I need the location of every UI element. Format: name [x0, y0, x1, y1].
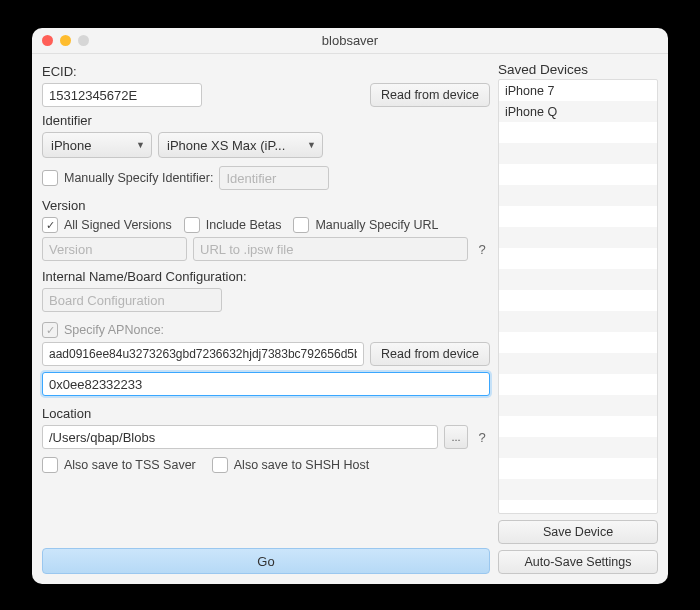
list-item[interactable]: [499, 227, 657, 248]
generator-input[interactable]: [42, 372, 490, 396]
tss-saver-label: Also save to TSS Saver: [64, 458, 196, 472]
chevron-down-icon: ▼: [307, 140, 316, 150]
close-icon[interactable]: [42, 35, 53, 46]
list-item[interactable]: [499, 437, 657, 458]
list-item[interactable]: [499, 164, 657, 185]
help-icon[interactable]: ?: [474, 430, 490, 445]
list-item[interactable]: [499, 248, 657, 269]
apnonce-checkbox: ✓: [42, 322, 58, 338]
version-label: Version: [42, 198, 490, 213]
version-input: [42, 237, 187, 261]
zoom-icon[interactable]: [78, 35, 89, 46]
ipsw-url-input: [193, 237, 468, 261]
list-item[interactable]: iPhone Q: [499, 101, 657, 122]
auto-save-settings-button[interactable]: Auto-Save Settings: [498, 550, 658, 574]
include-betas-label: Include Betas: [206, 218, 282, 232]
manual-identifier-checkbox[interactable]: [42, 170, 58, 186]
saved-devices-title: Saved Devices: [498, 62, 658, 77]
all-signed-label: All Signed Versions: [64, 218, 172, 232]
list-item[interactable]: [499, 206, 657, 227]
list-item[interactable]: [499, 458, 657, 479]
chevron-down-icon: ▼: [136, 140, 145, 150]
shsh-host-checkbox[interactable]: [212, 457, 228, 473]
shsh-host-label: Also save to SHSH Host: [234, 458, 369, 472]
list-item[interactable]: [499, 479, 657, 500]
list-item[interactable]: [499, 122, 657, 143]
list-item[interactable]: [499, 416, 657, 437]
ecid-input[interactable]: [42, 83, 202, 107]
list-item[interactable]: [499, 332, 657, 353]
device-model-value: iPhone XS Max (iP...: [167, 138, 285, 153]
window-title: blobsaver: [322, 33, 378, 48]
device-type-value: iPhone: [51, 138, 91, 153]
saved-devices-list: iPhone 7 iPhone Q: [498, 79, 658, 514]
list-item[interactable]: [499, 374, 657, 395]
board-label: Internal Name/Board Configuration:: [42, 269, 490, 284]
main-panel: ECID: Read from device Identifier iPhone…: [42, 62, 490, 574]
traffic-lights: [42, 35, 89, 46]
apnonce-input[interactable]: [42, 342, 364, 366]
help-icon[interactable]: ?: [474, 242, 490, 257]
include-betas-checkbox[interactable]: [184, 217, 200, 233]
board-input: [42, 288, 222, 312]
list-item[interactable]: [499, 395, 657, 416]
identifier-label: Identifier: [42, 113, 490, 128]
manual-url-checkbox[interactable]: [293, 217, 309, 233]
tss-saver-checkbox[interactable]: [42, 457, 58, 473]
list-item[interactable]: [499, 290, 657, 311]
list-item[interactable]: iPhone 7: [499, 80, 657, 101]
list-item[interactable]: [499, 353, 657, 374]
location-picker-button[interactable]: ...: [444, 425, 468, 449]
list-item[interactable]: [499, 143, 657, 164]
device-model-select[interactable]: iPhone XS Max (iP... ▼: [158, 132, 323, 158]
manual-url-label: Manually Specify URL: [315, 218, 438, 232]
list-item[interactable]: [499, 185, 657, 206]
minimize-icon[interactable]: [60, 35, 71, 46]
list-item[interactable]: [499, 269, 657, 290]
apnonce-read-button[interactable]: Read from device: [370, 342, 490, 366]
side-panel: Saved Devices iPhone 7 iPhone Q: [498, 62, 658, 574]
ecid-label: ECID:: [42, 64, 490, 79]
go-button[interactable]: Go: [42, 548, 490, 574]
all-signed-checkbox[interactable]: ✓: [42, 217, 58, 233]
app-window: blobsaver ECID: Read from device Identif…: [32, 28, 668, 584]
location-label: Location: [42, 406, 490, 421]
location-input[interactable]: [42, 425, 438, 449]
titlebar: blobsaver: [32, 28, 668, 54]
device-type-select[interactable]: iPhone ▼: [42, 132, 152, 158]
manual-identifier-label: Manually Specify Identifier:: [64, 171, 213, 185]
apnonce-check-label: Specify APNonce:: [64, 323, 164, 337]
ecid-read-button[interactable]: Read from device: [370, 83, 490, 107]
manual-identifier-input: [219, 166, 329, 190]
list-item[interactable]: [499, 311, 657, 332]
save-device-button[interactable]: Save Device: [498, 520, 658, 544]
